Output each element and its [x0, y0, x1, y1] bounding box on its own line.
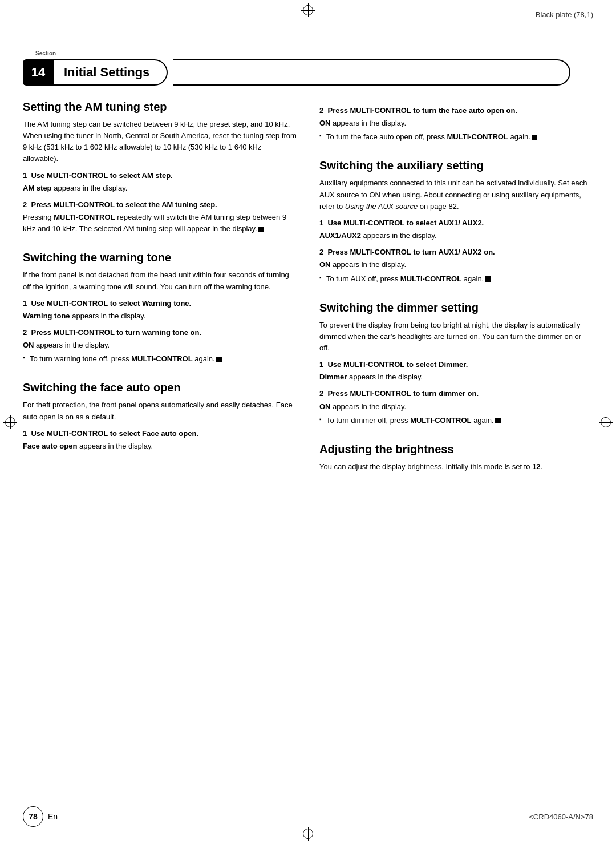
face-auto-open-step2-section: 2 Press MULTI-CONTROL to turn the face a… [319, 106, 593, 143]
dimmer-body: To prevent the display from being too br… [319, 320, 593, 354]
am-step1-heading: 1 Use MULTI-CONTROL to select AM step. [23, 171, 297, 181]
aux-step2-heading: 2 Press MULTI-CONTROL to turn AUX1/ AUX2… [319, 247, 593, 257]
dimmer-heading: Switching the dimmer setting [319, 301, 593, 315]
warning-tone-body: If the front panel is not detached from … [23, 269, 297, 292]
dimmer-step1-heading: 1 Use MULTI-CONTROL to select Dimmer. [319, 360, 593, 370]
auxiliary-body: Auxiliary equipments connected to this u… [319, 177, 593, 212]
brightness-section: Adjusting the brightness You can adjust … [319, 442, 593, 473]
warning-step2-body-on: ON appears in the display. [23, 340, 297, 351]
stop-icon-2 [216, 357, 222, 362]
dimmer-step2-body-on: ON appears in the display. [319, 401, 593, 413]
dimmer-step2-heading: 2 Press MULTI-CONTROL to turn dimmer on. [319, 389, 593, 399]
face-auto-open-heading: Switching the face auto open [23, 381, 297, 395]
brightness-heading: Adjusting the brightness [319, 442, 593, 457]
face-step2-body-on: ON appears in the display. [319, 118, 593, 129]
dimmer-step2-bullet: To turn dimmer off, press MULTI-CONTROL … [319, 415, 593, 426]
section-header: 14 Initial Settings [23, 59, 570, 86]
warning-step2-bullet: To turn warning tone off, press MULTI-CO… [23, 353, 297, 365]
page-number: 78 [23, 806, 43, 827]
brightness-body: You can adjust the display brightness. I… [319, 461, 593, 473]
stop-icon-5 [495, 418, 501, 423]
warning-step2-heading: 2 Press MULTI-CONTROL to turn warning to… [23, 328, 297, 338]
aux-step2-body-on: ON appears in the display. [319, 259, 593, 270]
black-plate-label: Black plate (78,1) [536, 10, 593, 19]
auxiliary-setting-section: Switching the auxiliary setting Auxiliar… [319, 159, 593, 284]
aux-step2-bullet: To turn AUX off, press MULTI-CONTROL aga… [319, 273, 593, 285]
face-auto-open-section: Switching the face auto open For theft p… [23, 381, 297, 452]
crosshair-bottom-center [301, 827, 315, 841]
face-step2-bullet: To turn the face auto open off, press MU… [319, 131, 593, 143]
en-label: En [48, 812, 58, 821]
bottom-left: 78 En [23, 806, 58, 827]
face-step2-heading: 2 Press MULTI-CONTROL to turn the face a… [319, 106, 593, 116]
warning-tone-section: Switching the warning tone If the front … [23, 251, 297, 365]
am-tuning-body: The AM tuning step can be switched betwe… [23, 119, 297, 165]
crosshair-left-middle [3, 415, 17, 429]
am-step1-body: AM step appears in the display. [23, 183, 297, 194]
bottom-bar: 78 En <CRD4060-A/N>78 [23, 806, 593, 827]
section-title: Initial Settings [54, 59, 168, 86]
page-container: Black plate (78,1) Section 14 Initial Se… [0, 0, 616, 844]
aux-step1-body: AUX1/AUX2 appears in the display. [319, 230, 593, 241]
section-number: 14 [23, 59, 54, 86]
auxiliary-heading: Switching the auxiliary setting [319, 159, 593, 173]
face-step1-heading: 1 Use MULTI-CONTROL to select Face auto … [23, 429, 297, 439]
am-tuning-heading: Setting the AM tuning step [23, 100, 297, 114]
stop-icon-4 [485, 276, 491, 282]
warning-step1-heading: 1 Use MULTI-CONTROL to select Warning to… [23, 298, 297, 309]
face-auto-open-body: For theft protection, the front panel op… [23, 399, 297, 422]
am-step2-heading: 2 Press MULTI-CONTROL to select the AM t… [23, 200, 297, 210]
right-column: 2 Press MULTI-CONTROL to turn the face a… [319, 100, 593, 798]
stop-icon [258, 227, 264, 232]
crosshair-top-center [301, 3, 315, 17]
left-column: Setting the AM tuning step The AM tuning… [23, 100, 297, 798]
am-tuning-section: Setting the AM tuning step The AM tuning… [23, 100, 297, 235]
aux-step1-heading: 1 Use MULTI-CONTROL to select AUX1/ AUX2… [319, 218, 593, 228]
crosshair-right-middle [599, 415, 613, 429]
warning-step1-body: Warning tone appears in the display. [23, 310, 297, 322]
stop-icon-3 [532, 135, 537, 140]
dimmer-setting-section: Switching the dimmer setting To prevent … [319, 301, 593, 426]
content-area: Setting the AM tuning step The AM tuning… [23, 100, 593, 798]
section-right-line [173, 59, 570, 86]
bottom-code: <CRD4060-A/N>78 [529, 813, 593, 821]
section-label: Section [35, 50, 56, 56]
face-step1-body: Face auto open appears in the display. [23, 441, 297, 452]
am-step2-body: Pressing MULTI-CONTROL repeatedly will s… [23, 212, 297, 235]
warning-tone-heading: Switching the warning tone [23, 251, 297, 265]
dimmer-step1-body: Dimmer appears in the display. [319, 371, 593, 383]
